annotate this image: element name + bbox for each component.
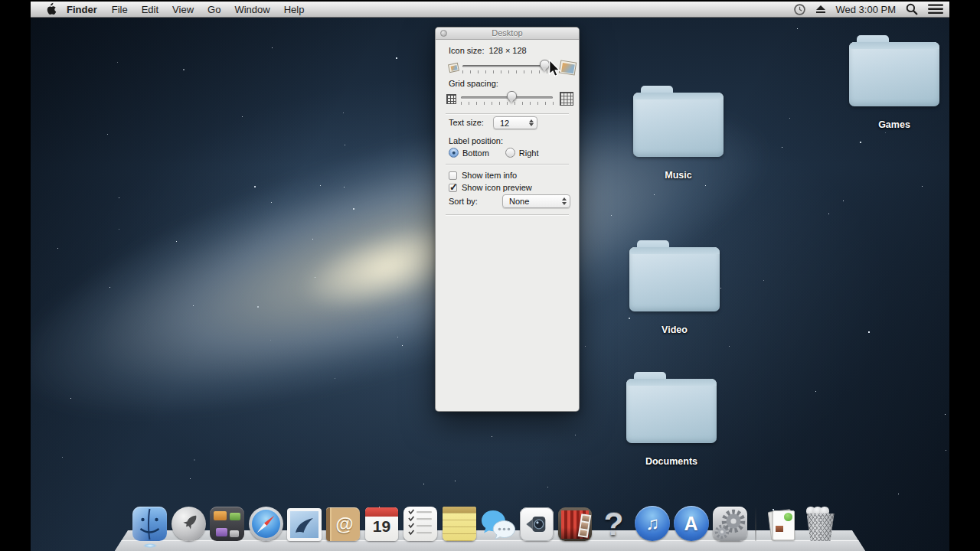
folder-label: Music — [631, 170, 726, 181]
icon-size-value: 128 × 128 — [488, 46, 526, 55]
radio-right[interactable] — [505, 148, 515, 158]
menu-window[interactable]: Window — [227, 4, 276, 15]
dock-item-question-mark[interactable]: ? — [596, 504, 632, 541]
folder-label: Games — [847, 119, 942, 130]
grid-spacing-label: Grid spacing: — [449, 79, 498, 88]
dock-item-facetime[interactable] — [518, 504, 554, 541]
folder-icon — [849, 42, 939, 106]
dock-item-photo-booth[interactable] — [557, 504, 593, 541]
show-item-info-row: Show item info — [449, 171, 517, 180]
text-size-row: Text size: — [449, 118, 484, 127]
sort-by-label: Sort by: — [449, 197, 478, 206]
show-item-info-checkbox[interactable] — [449, 171, 457, 180]
folder-label: Documents — [624, 456, 719, 467]
question-mark-glyph: ? — [604, 507, 624, 541]
eject-menu-icon[interactable] — [816, 5, 825, 13]
notification-center-icon[interactable] — [928, 4, 943, 15]
screen: Games Music Video Documents @19?♫A Deskt… — [0, 0, 980, 551]
dock-item-trash[interactable] — [802, 504, 838, 541]
time-machine-menu-icon[interactable] — [793, 3, 806, 16]
dock-item-system-preferences[interactable] — [712, 504, 748, 541]
apple-menu[interactable] — [45, 2, 57, 16]
text-size-value: 12 — [500, 119, 509, 128]
show-icon-preview-row: Show icon preview — [449, 183, 532, 192]
separator — [446, 214, 569, 215]
radio-right-label: Right — [519, 148, 539, 158]
window-titlebar[interactable]: Desktop — [436, 28, 579, 40]
folder-icon — [633, 93, 724, 157]
label-position-row: Label position: — [449, 136, 503, 145]
folder-icon — [626, 379, 717, 443]
dock-item-contacts[interactable]: @ — [325, 504, 361, 541]
app-store-a-glyph: A — [684, 513, 697, 535]
stepper-arrows-icon — [562, 197, 570, 205]
grid-spacing-slider[interactable] — [461, 90, 554, 108]
apple-icon — [45, 2, 57, 16]
icon-size-label: Icon size: — [449, 46, 484, 55]
sort-by-popup[interactable]: None — [502, 194, 570, 208]
dock: @19?♫A — [115, 490, 865, 551]
menu-edit[interactable]: Edit — [135, 4, 165, 15]
desktop-wallpaper: Games Music Video Documents @19?♫A Deskt… — [31, 0, 949, 551]
grid-spacing-slider-thumb[interactable] — [507, 91, 517, 101]
calendar-day: 19 — [365, 517, 398, 536]
dock-item-calendar[interactable]: 19 — [364, 504, 400, 541]
label-position-options: Bottom Right — [449, 148, 539, 158]
dock-item-notes[interactable] — [441, 504, 477, 541]
separator — [446, 164, 569, 165]
menu-help[interactable]: Help — [277, 4, 312, 15]
separator — [446, 113, 569, 114]
music-note-glyph: ♫ — [645, 513, 659, 534]
menu-go[interactable]: Go — [201, 4, 227, 15]
stepper-arrows-icon — [529, 119, 537, 127]
radio-bottom[interactable] — [449, 148, 459, 158]
folder-documents[interactable]: Documents — [624, 379, 719, 467]
grid-spacing-slider-row — [446, 90, 573, 108]
small-grid-glyph — [446, 94, 456, 104]
spotlight-icon[interactable] — [906, 3, 918, 15]
sort-by-row: Sort by: — [449, 197, 478, 206]
show-item-info-label: Show item info — [462, 171, 517, 180]
grid-spacing-label-row: Grid spacing: — [449, 79, 498, 88]
dock-item-launchpad[interactable] — [171, 504, 207, 541]
dock-item-mission-control[interactable] — [209, 504, 245, 541]
slider-ticks — [461, 102, 554, 105]
dock-item-downloads[interactable] — [764, 504, 800, 541]
pillarbox-left — [0, 0, 31, 551]
show-icon-preview-checkbox[interactable] — [449, 184, 457, 192]
label-position-label: Label position: — [449, 136, 503, 145]
dock-item-finder[interactable] — [132, 504, 168, 541]
dock-item-reminders[interactable] — [403, 504, 439, 541]
view-options-window: Desktop Icon size: 128 × 128 Grid spacin… — [435, 27, 580, 412]
running-indicator — [143, 543, 157, 548]
menu-bar: Finder File Edit View Go Window Help Wed… — [31, 2, 949, 18]
mouse-cursor — [548, 60, 564, 81]
small-icon-glyph — [448, 62, 459, 72]
dock-item-messages[interactable] — [480, 504, 516, 541]
show-icon-preview-label: Show icon preview — [462, 183, 532, 192]
folder-icon — [629, 247, 720, 311]
folder-music[interactable]: Music — [631, 93, 726, 181]
menu-finder[interactable]: Finder — [59, 4, 105, 15]
letterbox-top — [31, 0, 949, 2]
contacts-at-glyph: @ — [335, 514, 353, 535]
dock-item-app-store[interactable]: A — [673, 504, 709, 541]
menu-clock[interactable]: Wed 3:00 PM — [835, 4, 896, 15]
menu-file[interactable]: File — [105, 4, 135, 15]
dock-item-safari[interactable] — [248, 504, 284, 541]
folder-games[interactable]: Games — [847, 42, 942, 130]
icon-size-slider[interactable] — [462, 58, 556, 77]
window-title: Desktop — [436, 28, 579, 37]
text-size-label: Text size: — [449, 118, 484, 127]
dock-divider — [755, 506, 756, 541]
folder-label: Video — [627, 324, 722, 335]
large-grid-glyph — [560, 92, 573, 106]
dock-item-mail[interactable] — [286, 504, 322, 541]
sort-by-value: None — [509, 197, 529, 206]
text-size-popup[interactable]: 12 — [493, 116, 537, 129]
dock-item-itunes[interactable]: ♫ — [635, 504, 671, 541]
folder-video[interactable]: Video — [627, 247, 722, 335]
menu-view[interactable]: View — [165, 4, 201, 15]
radio-bottom-label: Bottom — [462, 148, 489, 158]
icon-size-row: Icon size: 128 × 128 — [449, 46, 527, 55]
